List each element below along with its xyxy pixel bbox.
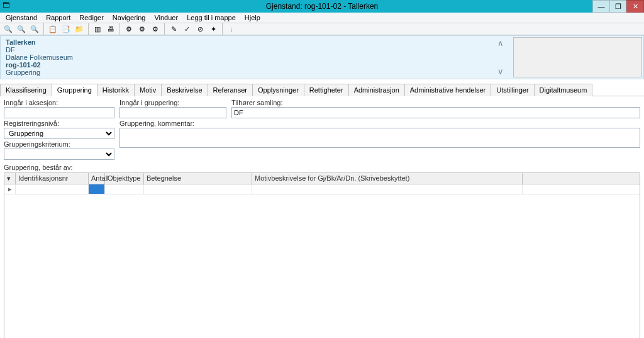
tab-motiv[interactable]: Motiv [134, 84, 162, 96]
input-tilhorer-samling[interactable] [231, 107, 640, 118]
tab-digitaltmuseum[interactable]: Digitaltmuseum [534, 84, 593, 96]
grid-header: ▾ Identifikasjonsnr Antall Objekttype Be… [4, 173, 640, 184]
tab-utstillinger[interactable]: Utstillinger [491, 84, 534, 96]
cancel-icon[interactable]: ⊘ [194, 23, 206, 35]
toolbar-separator [43, 23, 44, 35]
label-gruppering-kommentar: Gruppering, kommentar: [119, 120, 640, 127]
menu-rapport[interactable]: Rapport [42, 13, 75, 23]
toolbar-separator [119, 23, 120, 35]
info-name: Tallerken [6, 38, 491, 46]
window-title: Gjenstand: rog-101-02 - Tallerken [266, 2, 379, 11]
close-button[interactable]: ✕ [626, 0, 644, 13]
tab-rettigheter[interactable]: Rettigheter [304, 84, 349, 96]
col-antall[interactable]: Antall [89, 173, 105, 184]
folder-icon[interactable]: 📁 [74, 23, 85, 35]
edit-icon[interactable]: ✎ [168, 23, 179, 35]
tab-admin-hendelser[interactable]: Administrative hendelser [404, 84, 491, 96]
col-selector[interactable]: ▾ [4, 173, 16, 184]
action-icon[interactable]: ✦ [208, 23, 219, 35]
cell-betegnelse[interactable] [144, 184, 252, 194]
check-icon[interactable]: ✓ [181, 23, 192, 35]
tab-opplysninger[interactable]: Opplysninger [252, 84, 304, 96]
label-inngar-aksesjon: Inngår i aksesjon: [4, 99, 114, 106]
info-panel: Tallerken DF Dalane Folkemuseum rog-101-… [0, 35, 644, 79]
menu-hjelp[interactable]: Hjelp [240, 13, 265, 23]
info-code: DF [6, 46, 491, 54]
tab-administrasjon[interactable]: Administrasjon [348, 84, 405, 96]
tab-bar: Klassifisering Gruppering Historikk Moti… [0, 83, 644, 96]
scroll-up-icon[interactable]: ∧ [497, 38, 504, 48]
grid-title: Gruppering, består av: [0, 162, 644, 172]
textarea-gruppering-kommentar[interactable] [119, 128, 640, 148]
menu-gjenstand[interactable]: Gjenstand [1, 13, 42, 23]
field-inngar-aksesjon: Inngår i aksesjon: [4, 99, 114, 118]
toolbar-separator [88, 23, 89, 35]
cell-motiv[interactable] [252, 184, 523, 194]
grid-body[interactable]: ▸ [4, 184, 640, 338]
toolbar-separator [222, 23, 223, 35]
menu-bar: Gjenstand Rapport Rediger Navigering Vin… [0, 13, 644, 23]
toolbar: 🔍 🔍 🔍 📋 📑 📁 ▥ 🖶 ⚙ ⚙ ⚙ ✎ ✓ ⊘ ✦ ↓ [0, 23, 644, 35]
menu-navigering[interactable]: Navigering [108, 13, 150, 23]
marker-icon[interactable]: ↓ [226, 23, 237, 35]
col-betegnelse[interactable]: Betegnelse [144, 173, 252, 184]
col-identifikasjonsnr[interactable]: Identifikasjonsnr [16, 173, 89, 184]
toolbar-separator [164, 23, 165, 35]
tab-beskrivelse[interactable]: Beskrivelse [161, 84, 208, 96]
tab-gruppering[interactable]: Gruppering [52, 84, 97, 96]
info-id: rog-101-02 [6, 61, 491, 69]
window-controls: — ❐ ✕ [593, 0, 644, 13]
field-gruppering-kommentar: Gruppering, kommentar: [119, 120, 640, 149]
cell-objekttype[interactable] [105, 184, 144, 194]
field-registreringsniva: Registreringsnivå: Gruppering Gruppering… [4, 120, 114, 160]
label-grupperingskriterium: Grupperingskriterium: [4, 140, 114, 148]
label-inngar-gruppering: Inngår i gruppering: [119, 99, 226, 106]
preview-pane [513, 37, 642, 77]
grid: ▾ Identifikasjonsnr Antall Objekttype Be… [4, 172, 640, 338]
field-tilhorer-samling: Tilhører samling: [231, 99, 640, 118]
row-marker-icon: ▸ [4, 184, 16, 194]
tool-icon[interactable]: ⚙ [123, 23, 135, 35]
input-inngar-gruppering[interactable] [119, 107, 226, 118]
info-group: Gruppering [6, 69, 491, 76]
minimize-button[interactable]: — [592, 0, 610, 13]
grid-row[interactable]: ▸ [4, 184, 640, 194]
col-motivbeskrivelse[interactable]: Motivbeskrivelse for Gj/Bk/Ar/Dn. (Skriv… [252, 173, 523, 184]
col-objekttype[interactable]: Objekttype [105, 173, 144, 184]
label-tilhorer-samling: Tilhører samling: [231, 99, 640, 106]
barcode-icon[interactable]: ▥ [92, 23, 103, 35]
copy-icon[interactable]: 📑 [60, 23, 72, 35]
scroll-down-icon[interactable]: ∨ [497, 67, 504, 76]
tool2-icon[interactable]: ⚙ [136, 23, 148, 35]
zoom-in-icon[interactable]: 🔍 [16, 23, 27, 35]
form-area: Inngår i aksesjon: Inngår i gruppering: … [0, 96, 644, 162]
app-icon: 🗔 [3, 1, 13, 11]
info-museum: Dalane Folkemuseum [6, 54, 491, 61]
menu-legg-til[interactable]: Legg til i mappe [182, 13, 240, 23]
cell-antall[interactable] [89, 184, 105, 194]
list-icon[interactable]: 📋 [47, 23, 58, 35]
select-grupperingskriterium[interactable] [4, 149, 114, 160]
input-inngar-aksesjon[interactable] [4, 107, 114, 118]
tab-referanser[interactable]: Referanser [208, 84, 253, 96]
field-inngar-gruppering: Inngår i gruppering: [119, 99, 226, 118]
cell-id[interactable] [16, 184, 89, 194]
menu-rediger[interactable]: Rediger [75, 13, 108, 23]
maximize-button[interactable]: ❐ [609, 0, 627, 13]
tool3-icon[interactable]: ⚙ [150, 23, 161, 35]
tab-historikk[interactable]: Historikk [97, 84, 135, 96]
menu-vinduer[interactable]: Vinduer [150, 13, 182, 23]
zoom-icon[interactable]: 🔍 [3, 23, 14, 35]
print-icon[interactable]: 🖶 [105, 23, 116, 35]
tab-klassifisering[interactable]: Klassifisering [0, 84, 52, 96]
zoom-fit-icon[interactable]: 🔍 [29, 23, 40, 35]
info-scroll[interactable]: ∧ ∨ [496, 36, 506, 79]
label-registreringsniva: Registreringsnivå: [4, 120, 114, 127]
title-bar: 🗔 Gjenstand: rog-101-02 - Tallerken — ❐ … [0, 0, 644, 13]
info-text: Tallerken DF Dalane Folkemuseum rog-101-… [1, 36, 496, 79]
select-registreringsniva[interactable]: Gruppering [4, 128, 114, 139]
